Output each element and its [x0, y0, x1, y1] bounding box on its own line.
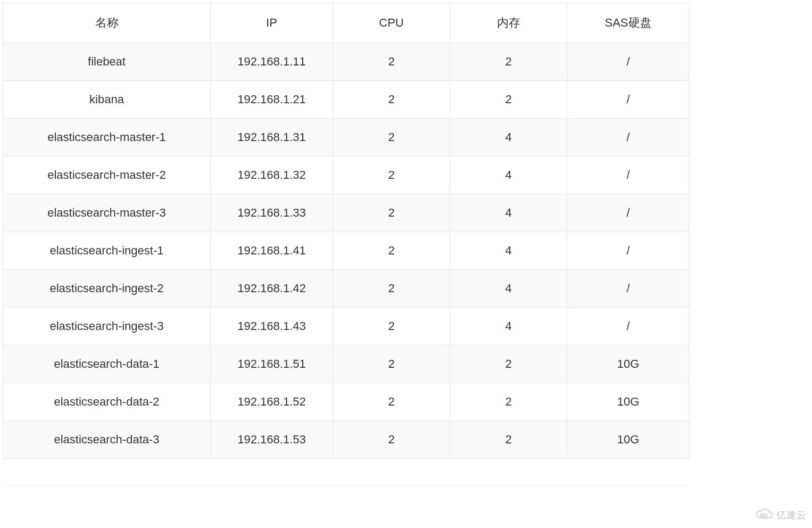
cell-mem: 4	[450, 194, 567, 232]
cell-ip: 192.168.1.51	[211, 345, 333, 383]
cell-name: elasticsearch-master-2	[3, 156, 211, 194]
table-row: elasticsearch-master-1 192.168.1.31 2 4 …	[3, 119, 690, 156]
table-row: filebeat 192.168.1.11 2 2 /	[3, 43, 690, 81]
cell-cpu: 2	[333, 270, 450, 308]
cell-name: kibana	[3, 81, 211, 119]
cell-name: elasticsearch-master-3	[3, 194, 211, 232]
cell-mem: 2	[450, 421, 567, 459]
cell-cpu: 2	[333, 383, 450, 421]
cell-cpu: 2	[333, 43, 450, 81]
cell-mem: 2	[450, 43, 567, 81]
cell-mem: 2	[450, 81, 567, 119]
cell-name: elasticsearch-data-2	[3, 383, 211, 421]
cell-mem: 4	[450, 270, 567, 308]
cell-name: filebeat	[3, 43, 211, 81]
watermark-text: 亿速云	[776, 509, 807, 522]
cell-name: elasticsearch-master-1	[3, 119, 211, 156]
table-body: filebeat 192.168.1.11 2 2 / kibana 192.1…	[3, 43, 690, 459]
table-row: elasticsearch-data-3 192.168.1.53 2 2 10…	[3, 421, 690, 459]
header-cpu: CPU	[333, 3, 450, 43]
table-row: elasticsearch-data-1 192.168.1.51 2 2 10…	[3, 345, 690, 383]
cell-mem: 2	[450, 345, 567, 383]
cell-mem: 4	[450, 308, 567, 345]
cell-ip: 192.168.1.11	[211, 43, 333, 81]
table-row: elasticsearch-master-3 192.168.1.33 2 4 …	[3, 194, 690, 232]
table-row: kibana 192.168.1.21 2 2 /	[3, 81, 690, 119]
cell-ip: 192.168.1.53	[211, 421, 333, 459]
svg-point-0	[760, 514, 763, 517]
cell-sas: 10G	[567, 421, 690, 459]
cell-sas: 10G	[567, 345, 690, 383]
cell-cpu: 2	[333, 421, 450, 459]
header-mem: 内存	[450, 3, 567, 43]
cell-cpu: 2	[333, 308, 450, 345]
server-table-container: 名称 IP CPU 内存 SAS硬盘 filebeat 192.168.1.11…	[3, 3, 689, 486]
table-row: elasticsearch-master-2 192.168.1.32 2 4 …	[3, 156, 690, 194]
cell-cpu: 2	[333, 232, 450, 270]
cell-cpu: 2	[333, 81, 450, 119]
cell-ip: 192.168.1.42	[211, 270, 333, 308]
cell-sas: /	[567, 81, 690, 119]
cell-sas: /	[567, 43, 690, 81]
table-row: elasticsearch-data-2 192.168.1.52 2 2 10…	[3, 383, 690, 421]
cell-cpu: 2	[333, 345, 450, 383]
cell-name: elasticsearch-ingest-3	[3, 308, 211, 345]
cell-sas: /	[567, 232, 690, 270]
cell-ip: 192.168.1.32	[211, 156, 333, 194]
header-name: 名称	[3, 3, 211, 43]
divider-line	[3, 485, 689, 486]
cell-sas: /	[567, 308, 690, 345]
cell-ip: 192.168.1.33	[211, 194, 333, 232]
cell-cpu: 2	[333, 156, 450, 194]
cell-ip: 192.168.1.21	[211, 81, 333, 119]
cell-name: elasticsearch-ingest-1	[3, 232, 211, 270]
cell-cpu: 2	[333, 194, 450, 232]
table-header-row: 名称 IP CPU 内存 SAS硬盘	[3, 3, 690, 43]
cell-ip: 192.168.1.43	[211, 308, 333, 345]
cell-ip: 192.168.1.31	[211, 119, 333, 156]
cell-ip: 192.168.1.41	[211, 232, 333, 270]
cell-sas: /	[567, 270, 690, 308]
cell-sas: /	[567, 194, 690, 232]
cell-mem: 2	[450, 383, 567, 421]
table-row: elasticsearch-ingest-3 192.168.1.43 2 4 …	[3, 308, 690, 345]
cell-mem: 4	[450, 156, 567, 194]
cell-cpu: 2	[333, 119, 450, 156]
cell-mem: 4	[450, 119, 567, 156]
cell-sas: /	[567, 156, 690, 194]
cell-name: elasticsearch-data-3	[3, 421, 211, 459]
table-row: elasticsearch-ingest-2 192.168.1.42 2 4 …	[3, 270, 690, 308]
server-table: 名称 IP CPU 内存 SAS硬盘 filebeat 192.168.1.11…	[3, 3, 690, 459]
cell-sas: 10G	[567, 383, 690, 421]
cell-name: elasticsearch-data-1	[3, 345, 211, 383]
cell-sas: /	[567, 119, 690, 156]
header-ip: IP	[211, 3, 333, 43]
cell-mem: 4	[450, 232, 567, 270]
header-sas: SAS硬盘	[567, 3, 690, 43]
cell-name: elasticsearch-ingest-2	[3, 270, 211, 308]
watermark: 亿速云	[755, 508, 807, 523]
table-row: elasticsearch-ingest-1 192.168.1.41 2 4 …	[3, 232, 690, 270]
svg-point-1	[764, 514, 767, 517]
cloud-icon	[755, 508, 773, 523]
cell-ip: 192.168.1.52	[211, 383, 333, 421]
